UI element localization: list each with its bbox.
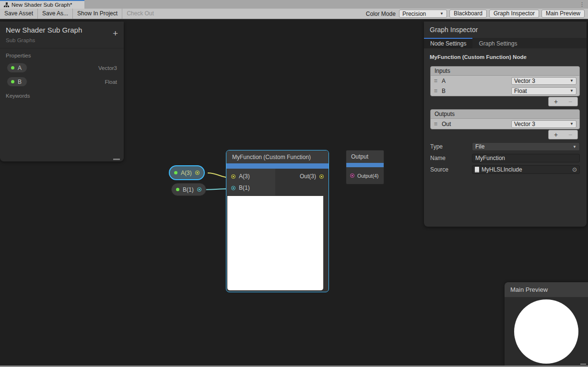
show-in-project-button[interactable]: Show In Project — [73, 9, 122, 19]
node-title[interactable]: Output — [346, 150, 384, 163]
blackboard-subtitle: Sub Graphs — [0, 34, 124, 48]
input-type-dropdown[interactable]: Float ▼ — [511, 87, 576, 95]
exposed-dot-icon — [176, 188, 179, 191]
input-name: B — [442, 88, 446, 94]
property-type: Vector3 — [98, 65, 117, 71]
port-icon-vector4[interactable] — [350, 173, 354, 178]
color-mode-dropdown[interactable]: Precision ▼ — [399, 10, 447, 18]
port-icon-float[interactable] — [231, 186, 235, 190]
input-port-row: Output(4) — [346, 167, 384, 184]
add-input-button[interactable]: + — [554, 98, 558, 105]
tab-bar: New Shader Sub Graph* ⋮ — [0, 0, 588, 9]
source-field-label: Source — [430, 166, 472, 173]
chevron-down-icon: ▼ — [570, 122, 574, 126]
drag-handle-icon[interactable]: = — [434, 121, 437, 127]
source-object-field[interactable]: MyHLSLInclude ⊙ — [472, 165, 580, 174]
resize-handle[interactable] — [113, 159, 120, 160]
input-port-row: B(1) — [226, 182, 275, 194]
tab-new-shader-sub-graph[interactable]: New Shader Sub Graph* — [0, 0, 84, 9]
input-port-row: A(3) — [226, 171, 275, 182]
node-title[interactable]: MyFunction (Custom Function) — [226, 150, 329, 163]
output-name: Out — [442, 121, 451, 127]
main-preview-toggle-button[interactable]: Main Preview — [541, 10, 585, 18]
drag-handle-icon[interactable]: = — [434, 78, 437, 84]
port-icon-vector3[interactable] — [231, 174, 235, 179]
type-value: File — [475, 143, 484, 150]
remove-output-button[interactable]: − — [568, 131, 572, 138]
output-port-row: Out(3) — [275, 171, 324, 182]
node-accent-bar — [226, 163, 329, 169]
property-node-b[interactable]: B(1) — [171, 183, 206, 196]
exposed-dot-icon — [11, 80, 14, 83]
output-node[interactable]: Output Output(4) — [346, 150, 384, 184]
property-node-a[interactable]: A(3) — [169, 165, 205, 180]
source-value: MyHLSLInclude — [482, 166, 522, 173]
input-name: A — [442, 78, 446, 84]
outputs-list-row[interactable]: = Out Vector 3 ▼ — [431, 119, 579, 129]
output-type-dropdown[interactable]: Vector 3 ▼ — [511, 120, 576, 128]
property-pill[interactable]: A — [7, 63, 27, 73]
shader-graph-icon — [4, 2, 9, 8]
port-icon-vector3[interactable] — [195, 171, 200, 175]
object-picker-icon[interactable]: ⊙ — [572, 167, 577, 172]
property-node-label: A(3) — [181, 170, 192, 176]
name-field-label: Name — [430, 155, 472, 161]
chevron-down-icon: ▼ — [440, 11, 444, 16]
port-icon-float[interactable] — [197, 187, 201, 192]
check-out-button: Check Out — [122, 9, 158, 19]
type-dropdown[interactable]: File ▼ — [472, 142, 580, 151]
property-type: Float — [105, 79, 117, 85]
port-icon-vector3[interactable] — [319, 174, 324, 179]
outputs-list-footer: + − — [548, 130, 578, 139]
node-inputs-column: A(3) B(1) — [226, 169, 275, 195]
remove-input-button[interactable]: − — [568, 98, 572, 105]
save-as-button[interactable]: Save As... — [38, 9, 73, 19]
kebab-menu-icon[interactable]: ⋮ — [579, 0, 585, 8]
inputs-list-row[interactable]: = B Float ▼ — [431, 86, 579, 96]
main-preview-body[interactable] — [505, 297, 588, 366]
keywords-section-header: Keywords — [0, 89, 124, 101]
toolbar: Save Asset Save As... Show In Project Ch… — [0, 9, 588, 19]
property-row-a[interactable]: A Vector3 — [0, 61, 124, 75]
name-field-row: Name — [430, 154, 580, 162]
node-ports: A(3) B(1) Out(3) — [226, 169, 329, 195]
node-settings-heading: MyFunction (Custom Function) Node — [424, 48, 587, 65]
drag-handle-icon[interactable]: = — [434, 88, 437, 94]
blackboard-panel: New Shader Sub Graph + Sub Graphs Proper… — [0, 22, 124, 161]
property-row-b[interactable]: B Float — [0, 75, 124, 89]
toolbar-right: Color Mode Precision ▼ Blackboard Graph … — [366, 10, 588, 18]
exposed-dot-icon — [174, 171, 177, 174]
inspector-tabs: Node Settings Graph Settings — [424, 38, 587, 48]
graph-inspector-toggle-button[interactable]: Graph Inspector — [489, 10, 539, 18]
tab-graph-settings[interactable]: Graph Settings — [472, 38, 523, 48]
outputs-list: Outputs = Out Vector 3 ▼ — [430, 109, 580, 129]
exposed-dot-icon — [11, 66, 14, 69]
chevron-down-icon: ▼ — [570, 89, 574, 93]
file-icon — [475, 167, 479, 172]
input-type-value: Vector 3 — [514, 78, 535, 84]
main-preview-panel: Main Preview — [505, 282, 588, 366]
property-pill[interactable]: B — [7, 77, 27, 87]
main-preview-title: Main Preview — [505, 282, 588, 297]
inputs-list: Inputs = A Vector 3 ▼ = B Float ▼ — [430, 66, 580, 96]
save-asset-button[interactable]: Save Asset — [0, 9, 38, 19]
property-node-label: B(1) — [183, 186, 194, 193]
add-property-button[interactable]: + — [113, 29, 118, 38]
add-output-button[interactable]: + — [554, 131, 558, 138]
custom-function-node[interactable]: MyFunction (Custom Function) A(3) B(1) O… — [226, 150, 329, 292]
blackboard-toggle-button[interactable]: Blackboard — [449, 10, 487, 18]
port-label: Output(4) — [357, 173, 378, 179]
resize-handle[interactable] — [580, 364, 586, 365]
inputs-list-row[interactable]: = A Vector 3 ▼ — [431, 76, 579, 86]
node-outputs-column: Out(3) — [275, 169, 329, 195]
node-accent-bar — [346, 163, 384, 167]
input-type-dropdown[interactable]: Vector 3 ▼ — [511, 77, 576, 85]
shader-graph-window: New Shader Sub Graph* ⋮ Save Asset Save … — [0, 0, 588, 367]
name-input[interactable] — [472, 154, 580, 162]
chevron-down-icon: ▼ — [570, 79, 574, 83]
tab-node-settings[interactable]: Node Settings — [424, 38, 472, 48]
tab-title: New Shader Sub Graph* — [12, 2, 72, 8]
color-mode-label: Color Mode — [366, 11, 396, 17]
port-label: B(1) — [239, 184, 250, 191]
properties-section-header: Properties — [0, 48, 124, 61]
